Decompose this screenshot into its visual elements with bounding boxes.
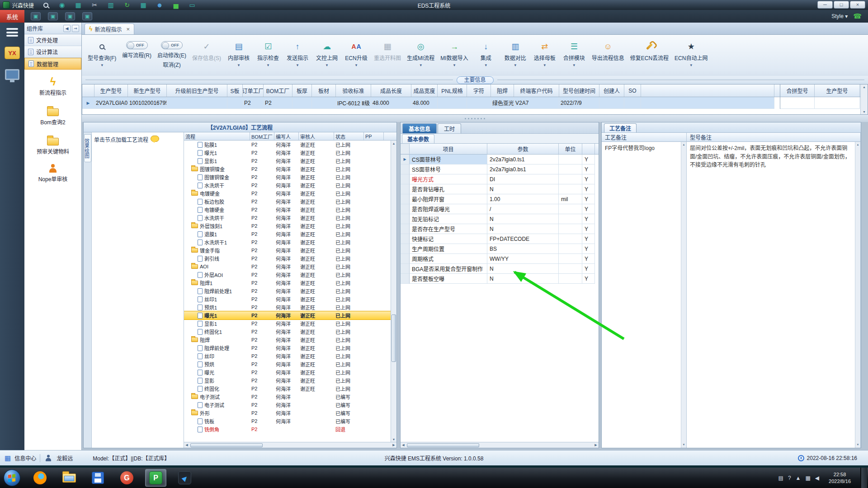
param-value-cell[interactable]: N xyxy=(487,224,559,234)
dropdown-arrow-icon[interactable]: ▾ xyxy=(420,63,422,67)
main-column-header-阻焊[interactable]: 阻焊 xyxy=(491,84,514,97)
param-row-是否整板空曝[interactable]: 是否整板空曝NY xyxy=(401,274,599,284)
main-column-header-生产型号[interactable]: 生产型号 xyxy=(94,84,128,97)
param-value-cell[interactable]: FP+DATECODE xyxy=(487,234,559,244)
taskbar-app-eds-p[interactable]: P xyxy=(145,469,166,487)
ribbon-button-ecn-auto-online[interactable]: ★ECN自动上网▾ xyxy=(673,40,709,68)
ribbon-button-mi-data-import[interactable]: →MI数据导入▾ xyxy=(439,40,469,68)
process-row-外层AOI[interactable]: 外层AOIP2何海洋谢正旺已上网 xyxy=(184,271,391,279)
process-row-图镀铜镍金[interactable]: 图镀铜镍金P2何海洋谢正旺已上网 xyxy=(184,173,391,181)
dropdown-arrow-icon[interactable]: ▾ xyxy=(543,63,546,67)
main-column-header-SO[interactable]: SO xyxy=(624,84,641,97)
main-table-selected-row[interactable]: ▶2V2A7LGIA010010200167958P2P2IPC-6012 Ⅱ级… xyxy=(82,97,868,109)
ribbon-button-send-instruction[interactable]: ↑发送指示▾ xyxy=(284,40,311,68)
dropdown-arrow-icon[interactable]: ▾ xyxy=(297,63,299,67)
tray-help-icon[interactable]: ? xyxy=(788,475,791,481)
taskbar-app-explorer[interactable] xyxy=(58,469,80,487)
main-column-header-S板[interactable]: S板 xyxy=(227,84,243,97)
tray-network-icon[interactable]: ▦ xyxy=(805,475,810,481)
menu-tool-1-icon[interactable]: ▣ xyxy=(31,12,41,20)
tree-vertical-scrollbar[interactable]: ▲ ▼ xyxy=(391,141,396,442)
param-row-快捷标记[interactable]: 快捷标记FP+DATECODEY xyxy=(401,234,599,244)
ribbon-button-data-compare[interactable]: ▥数据对比▾ xyxy=(502,40,528,68)
tree-horizontal-scrollbar[interactable]: ◀ ▶ xyxy=(184,442,396,448)
process-row-退膜1[interactable]: 退膜1P2何海洋谢正旺已上网 xyxy=(184,230,391,238)
process-row-外层蚀刻1[interactable]: 外层蚀刻1P2何海洋谢正旺已上网 xyxy=(184,222,391,230)
tab-process-remarks[interactable]: 工艺备注 xyxy=(604,123,637,132)
ribbon-button-integrate[interactable]: ↓集成▾ xyxy=(473,40,499,68)
dropdown-arrow-icon[interactable]: ▾ xyxy=(355,63,358,67)
process-row-镀金手指[interactable]: 镀金手指P2何海洋谢正旺已上网 xyxy=(184,246,391,254)
main-column-header-创建人[interactable]: 创建人 xyxy=(599,84,624,97)
yx-logo-icon[interactable]: YX xyxy=(5,47,20,59)
param-column-header-项目[interactable]: 项目 xyxy=(410,144,487,154)
workstation-icon[interactable] xyxy=(5,69,19,80)
merge-column-header-合拼型号[interactable]: 合拼型号 xyxy=(780,84,815,97)
param-value-cell[interactable]: 2v2a7lgia0.bs1 xyxy=(487,164,559,174)
merge-column-header-生产型号[interactable]: 生产型号 xyxy=(815,84,860,97)
main-column-header-板材[interactable]: 板材 xyxy=(312,84,336,97)
ribbon-button-generate-mi-process[interactable]: ◎生成MI流程▾ xyxy=(406,40,436,68)
main-column-header-板厚[interactable]: 板厚 xyxy=(292,84,312,97)
info-center-label[interactable]: 信息中心 xyxy=(14,454,36,462)
user-icon[interactable]: ☻ xyxy=(155,1,164,9)
model-remarks-text[interactable]: 层间对位公差按+/-2mil，表面无划痕和凹坑和凸起，不允许表面铜面/金面凹坑、… xyxy=(687,142,861,448)
param-value-cell[interactable]: / xyxy=(487,204,559,214)
param-grid-horizontal-scrollbar[interactable]: ◀ ▶ xyxy=(401,442,599,448)
close-button[interactable]: × xyxy=(850,1,865,9)
globe-icon[interactable]: ◉ xyxy=(57,1,66,9)
process-row-曝光1[interactable]: 曝光1P2何海洋谢正旺已上网 xyxy=(184,149,391,157)
param-value-cell[interactable]: 2v2a7lgia0.ts1 xyxy=(487,155,559,164)
grid-icon[interactable]: ▦ xyxy=(74,1,83,9)
tree-column-header-BOM工厂[interactable]: BOM工厂 xyxy=(250,132,274,140)
tab-work-hours[interactable]: 工时 xyxy=(438,123,461,133)
ribbon-button-reselect-cutting-diagram[interactable]: ▦重选开料图 xyxy=(373,40,402,62)
dropdown-arrow-icon[interactable]: ▾ xyxy=(238,63,240,67)
process-row-水洗烘干1[interactable]: 水洗烘干1P2何海洋谢正旺已上网 xyxy=(184,238,391,246)
process-row-电子测试[interactable]: 电子测试P2何海洋已编写 xyxy=(184,401,391,409)
style-dropdown[interactable]: Style ▾ xyxy=(831,13,848,19)
tree-column-header-流程[interactable]: 流程 xyxy=(184,132,250,140)
menu-tool-3-icon[interactable]: ▣ xyxy=(65,12,75,20)
process-row-铣倒角[interactable]: 铣倒角P2回退 xyxy=(184,425,391,433)
sidebar-tool-Bom查询2[interactable]: Bom查询2 xyxy=(40,105,65,126)
param-row-周期格式[interactable]: 周期格式WW/YYY xyxy=(401,254,599,264)
dropdown-arrow-icon[interactable]: ▾ xyxy=(326,63,328,67)
ribbon-button-select-motherboard[interactable]: ⇄选择母板▾ xyxy=(532,40,558,68)
ribbon-button-start-modify[interactable]: OFF启动修改(E)取消(Z) xyxy=(156,40,188,69)
menu-tool-2-icon[interactable]: ▣ xyxy=(48,12,58,20)
dropdown-arrow-icon[interactable]: ▾ xyxy=(573,63,575,67)
main-column-header-新生产型号[interactable]: 新生产型号 xyxy=(128,84,167,97)
taskbar-app-arrow[interactable]: ▶ xyxy=(174,469,195,487)
process-row-曝光[interactable]: 曝光P2何海洋谢正旺已上网 xyxy=(184,368,391,376)
tab-effect-drawing[interactable]: 效果绘图 xyxy=(84,134,91,162)
taskbar-app-save[interactable] xyxy=(87,469,108,487)
ribbon-button-repair-ecn-lost-process[interactable]: 修复ECN丢流程 xyxy=(629,40,670,62)
process-row-板边包胶[interactable]: 板边包胶P2何海洋谢正旺已上网 xyxy=(184,197,391,206)
ribbon-button-save-info[interactable]: ✓保存信息(S) xyxy=(191,40,222,62)
tray-up-icon[interactable]: ▲ xyxy=(796,475,801,481)
sidebar-tool-预审关键物料[interactable]: 预审关键物料 xyxy=(37,135,69,155)
start-button[interactable] xyxy=(4,469,20,486)
ribbon-button-merge-module[interactable]: ☰合拼模块▾ xyxy=(561,40,587,68)
main-column-header-验收标准[interactable]: 验收标准 xyxy=(336,84,371,97)
scroll-down-icon[interactable]: ▼ xyxy=(391,436,396,442)
main-column-header-升级前旧生产型号[interactable]: 升级前旧生产型号 xyxy=(167,84,227,97)
param-row-是否背钻曝孔[interactable]: 是否背钻曝孔NY xyxy=(401,184,599,194)
dropdown-arrow-icon[interactable]: ▾ xyxy=(690,63,692,67)
param-value-cell[interactable]: N xyxy=(487,184,559,194)
param-value-cell[interactable]: N xyxy=(487,274,559,284)
ribbon-button-instruction-check[interactable]: ☑指示检查▾ xyxy=(255,40,281,68)
param-value-cell[interactable]: N xyxy=(487,264,559,274)
param-row-最小阻焊开窗[interactable]: 最小阻焊开窗1.00milY xyxy=(401,194,599,204)
ribbon-button-write-process[interactable]: OFF编写流程(R) xyxy=(121,40,153,60)
process-row-剥引线[interactable]: 剥引线P2何海洋谢正旺已上网 xyxy=(184,254,391,263)
process-row-外形[interactable]: 外形P2何海洋已编写 xyxy=(184,409,391,417)
dropdown-arrow-icon[interactable]: ▾ xyxy=(514,63,516,67)
param-row-SS面菲林号[interactable]: SS面菲林号2v2a7lgia0.bs1Y xyxy=(401,164,599,174)
process-row-显影1[interactable]: 显影1P2何海洋谢正旺已上网 xyxy=(184,319,391,328)
param-column-header-flag[interactable] xyxy=(582,144,595,154)
taskbar-clock[interactable]: 22:58 2022/8/16 xyxy=(824,471,855,485)
process-row-阻焊前处理1[interactable]: 阻焊前处理1P2何海洋谢正旺已上网 xyxy=(184,287,391,295)
apps-icon[interactable]: ▦ xyxy=(139,1,148,9)
